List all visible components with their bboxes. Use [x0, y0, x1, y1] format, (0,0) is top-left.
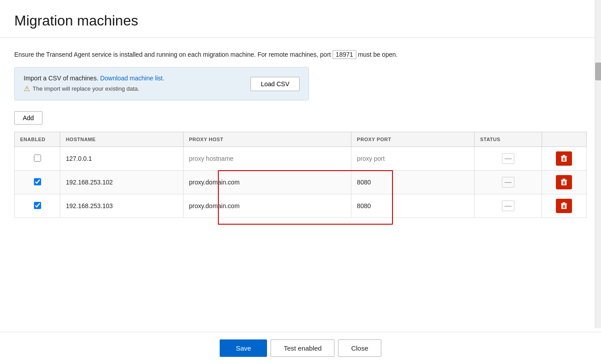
- dialog-header: Migration machines: [0, 0, 601, 38]
- actions-cell: [542, 194, 586, 218]
- import-box-content: Import a CSV of machines. Download machi…: [24, 75, 164, 93]
- hostname-cell: 192.168.253.102: [60, 171, 184, 194]
- download-machine-list-link[interactable]: Download machine list.: [100, 75, 164, 82]
- test-enabled-button[interactable]: Test enabled: [271, 339, 334, 357]
- col-header-status: STATUS: [475, 132, 542, 147]
- actions-cell: [542, 147, 586, 171]
- enabled-cell: [15, 194, 60, 218]
- proxy-port-value: 8080: [357, 179, 371, 186]
- col-header-hostname: HOSTNAME: [60, 132, 184, 147]
- status-dash: —: [502, 153, 514, 164]
- svg-rect-8: [561, 180, 567, 181]
- delete-button[interactable]: [556, 151, 572, 166]
- page-title: Migration machines: [14, 13, 587, 29]
- machines-table: ENABLED HOSTNAME PROXY HOST PROXY PORT S…: [14, 132, 587, 218]
- proxy-port-cell: [351, 147, 475, 171]
- import-warning: ⚠ The import will replace your existing …: [24, 84, 164, 93]
- status-cell: —: [475, 194, 542, 218]
- dialog-footer: Save Test enabled Close: [0, 332, 601, 364]
- hostname-value: 192.168.253.103: [66, 202, 113, 209]
- proxy-host-cell: [184, 147, 351, 171]
- col-header-proxy-port: PROXY PORT: [351, 132, 475, 147]
- enabled-cell: [15, 147, 60, 171]
- table-body: 127.0.0.1 —: [15, 147, 587, 218]
- close-button[interactable]: Close: [338, 339, 381, 357]
- migration-machines-dialog: Migration machines Ensure the Transend A…: [0, 0, 601, 364]
- actions-cell: [542, 171, 586, 194]
- proxy-host-input[interactable]: [189, 155, 346, 162]
- scrollbar-thumb[interactable]: [595, 63, 601, 80]
- scrollbar[interactable]: [595, 0, 601, 328]
- table-row: 127.0.0.1 —: [15, 147, 587, 171]
- svg-rect-1: [563, 158, 564, 161]
- load-csv-button[interactable]: Load CSV: [250, 77, 300, 91]
- svg-rect-9: [563, 179, 565, 180]
- import-box: Import a CSV of machines. Download machi…: [14, 67, 309, 100]
- add-button[interactable]: Add: [14, 111, 42, 125]
- proxy-port-value: 8080: [357, 202, 371, 209]
- proxy-port-cell: 8080: [351, 171, 475, 194]
- delete-button[interactable]: [556, 175, 572, 189]
- col-header-enabled: ENABLED: [15, 132, 60, 147]
- hostname-cell: 127.0.0.1: [60, 147, 184, 171]
- machines-table-container: ENABLED HOSTNAME PROXY HOST PROXY PORT S…: [14, 132, 587, 218]
- col-header-proxy-host: PROXY HOST: [184, 132, 351, 147]
- proxy-host-value: proxy.domain.com: [189, 179, 239, 186]
- svg-rect-0: [561, 157, 567, 162]
- proxy-port-cell: 8080: [351, 194, 475, 218]
- svg-rect-5: [561, 180, 567, 185]
- enabled-cell: [15, 171, 60, 194]
- svg-rect-4: [563, 155, 565, 156]
- svg-rect-10: [561, 204, 567, 209]
- svg-rect-12: [564, 205, 565, 208]
- port-badge: 18971: [333, 50, 356, 59]
- svg-rect-14: [563, 202, 565, 204]
- hostname-cell: 192.168.253.103: [60, 194, 184, 218]
- proxy-port-input[interactable]: [357, 155, 469, 162]
- description-text: Ensure the Transend Agent service is ins…: [14, 50, 587, 59]
- hostname-value: 127.0.0.1: [66, 155, 92, 162]
- svg-rect-7: [564, 181, 565, 184]
- enabled-checkbox[interactable]: [34, 178, 41, 185]
- trash-icon: [561, 155, 567, 162]
- svg-rect-3: [561, 156, 567, 157]
- svg-rect-2: [564, 158, 565, 161]
- trash-icon: [561, 202, 567, 209]
- proxy-host-cell: proxy.domain.com: [184, 171, 351, 194]
- enabled-checkbox[interactable]: [34, 155, 41, 162]
- svg-rect-13: [561, 204, 567, 205]
- proxy-host-cell: proxy.domain.com: [184, 194, 351, 218]
- status-cell: —: [475, 171, 542, 194]
- col-header-actions: [542, 132, 586, 147]
- trash-icon: [561, 179, 567, 186]
- enabled-checkbox[interactable]: [34, 202, 41, 209]
- table-row: 192.168.253.103 proxy.domain.com 8080 —: [15, 194, 587, 218]
- status-dash: —: [502, 201, 514, 211]
- dialog-body: Ensure the Transend Agent service is ins…: [0, 38, 601, 332]
- svg-rect-11: [563, 205, 564, 208]
- table-row: 192.168.253.102 proxy.domain.com 8080 —: [15, 171, 587, 194]
- delete-button[interactable]: [556, 199, 572, 213]
- svg-rect-6: [563, 181, 564, 184]
- table-header: ENABLED HOSTNAME PROXY HOST PROXY PORT S…: [15, 132, 587, 147]
- warning-icon: ⚠: [24, 84, 30, 93]
- proxy-host-value: proxy.domain.com: [189, 202, 239, 209]
- save-button[interactable]: Save: [220, 339, 267, 357]
- hostname-value: 192.168.253.102: [66, 179, 113, 186]
- import-text: Import a CSV of machines. Download machi…: [24, 75, 164, 82]
- status-dash: —: [502, 177, 514, 188]
- status-cell: —: [475, 147, 542, 171]
